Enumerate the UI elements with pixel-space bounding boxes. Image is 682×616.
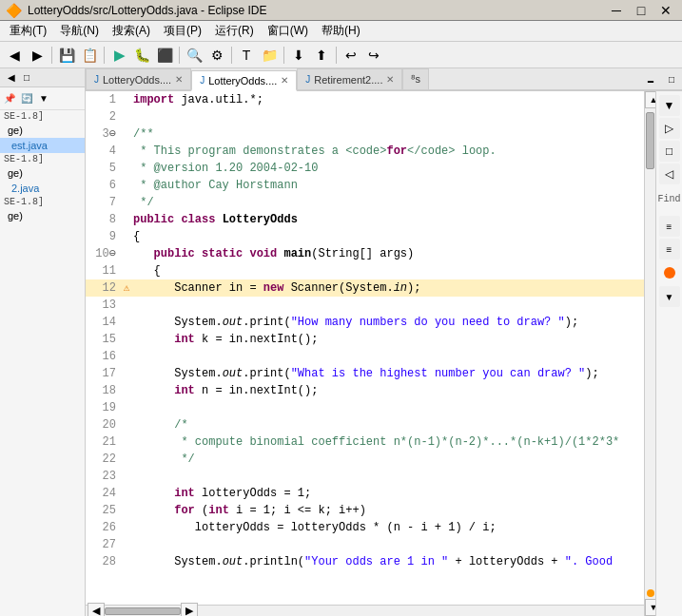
scroll-up-button[interactable]: ▲ <box>645 91 655 108</box>
table-row: 17 System.out.print("What is the highest… <box>86 365 644 382</box>
sidebar-collapse-button[interactable]: ◀ <box>4 70 19 86</box>
code-line: import java.util.*; <box>133 91 263 108</box>
line-number: 9 <box>86 228 120 245</box>
undo-button[interactable]: ↩ <box>341 45 361 66</box>
scroll-vertical-thumb[interactable] <box>646 112 654 169</box>
line-icon <box>120 519 133 536</box>
toolbar-separator-1 <box>51 47 52 64</box>
line-number: 23 <box>86 468 120 485</box>
toolbar-separator-4 <box>231 47 232 64</box>
right-panel-btn-2[interactable]: ▷ <box>659 118 680 139</box>
sidebar-item-1[interactable]: ge) <box>0 123 85 138</box>
menu-project[interactable]: 项目(P) <box>158 21 207 41</box>
right-panel-btn-4[interactable]: ◁ <box>659 164 680 184</box>
table-row: 24 int lotteryOdds = 1; <box>86 485 644 502</box>
back-button[interactable]: ◀ <box>4 45 25 66</box>
menu-window[interactable]: 窗口(W) <box>262 21 314 41</box>
code-line: /* <box>133 416 188 433</box>
debug-button[interactable]: 🐛 <box>131 45 152 66</box>
expand-all-button[interactable]: ≡ <box>659 216 680 237</box>
main-layout: ◀ □ 📌 🔄 ▼ SE-1.8] ge) est.java SE-1.8] g… <box>0 68 682 616</box>
line-number: 10⊖ <box>86 245 120 262</box>
settings-button[interactable]: ⚙ <box>206 45 227 66</box>
toolbar: ◀ ▶ 💾 📋 ▶ 🐛 ⬛ 🔍 ⚙ T 📁 ⬇ ⬆ ↩ ↪ <box>0 42 682 68</box>
scroll-right-button[interactable]: ▶ <box>181 603 198 617</box>
menu-run[interactable]: 运行(R) <box>209 21 260 41</box>
fold-arrow-10[interactable]: ⊖ <box>109 247 116 260</box>
table-row: 14 System.out.print("How many numbers do… <box>86 314 644 331</box>
scroll-down-button[interactable]: ▼ <box>645 599 655 616</box>
line-number: 5 <box>86 160 120 177</box>
tab-label-4: ⁸s <box>411 73 420 86</box>
table-row: 13 <box>86 297 644 314</box>
save-button[interactable]: 💾 <box>56 45 77 66</box>
right-extra-button[interactable]: ▼ <box>659 286 680 307</box>
line-number: 13 <box>86 297 120 314</box>
sidebar-down-button[interactable]: ▼ <box>36 91 51 106</box>
code-line: * @author Cay Horstmann <box>133 177 298 194</box>
right-panel-btn-3[interactable]: □ <box>659 141 680 162</box>
right-tool-2[interactable]: ≡ <box>659 239 680 260</box>
fold-arrow[interactable]: ⊖ <box>109 127 116 141</box>
tab-extra[interactable]: ⁸s <box>402 68 429 89</box>
run-button[interactable]: ▶ <box>108 45 129 66</box>
line-icon <box>120 228 133 245</box>
minimize-button[interactable]: ─ <box>606 0 627 21</box>
toolbar-separator-5 <box>283 47 284 64</box>
line-icon <box>120 143 133 160</box>
code-line: * compute binomial coefficient n*(n-1)*(… <box>133 433 619 451</box>
next-annotation-button[interactable]: ⬇ <box>288 45 309 66</box>
table-row: 27 <box>86 536 644 553</box>
line-icon <box>120 91 133 108</box>
table-row: 6 * @author Cay Horstmann <box>86 177 644 194</box>
tab-lotteryodds-1[interactable]: J LotteryOdds.... ✕ <box>86 68 191 89</box>
menu-search[interactable]: 搜索(A) <box>107 21 156 41</box>
menu-restructure[interactable]: 重构(T) <box>4 21 52 41</box>
table-row: 4 * This program demonstrates a <code>fo… <box>86 143 644 160</box>
sidebar-sync-button[interactable]: 🔄 <box>19 91 34 106</box>
line-icon <box>120 433 133 451</box>
right-panel-btn-1[interactable]: ▼ <box>659 95 680 116</box>
bookmark-indicator <box>647 589 654 597</box>
tab-retirement[interactable]: J Retirement2.... ✕ <box>297 68 402 89</box>
vertical-scrollbar[interactable]: ▲ ▼ <box>644 91 655 616</box>
tab-lotteryodds-2[interactable]: J LotteryOdds.... ✕ <box>191 70 297 91</box>
tab-max-button[interactable]: □ <box>661 68 682 89</box>
menu-help[interactable]: 帮助(H) <box>316 21 366 41</box>
forward-button[interactable]: ▶ <box>27 45 48 66</box>
line-number: 7 <box>86 194 120 211</box>
save-all-button[interactable]: 📋 <box>79 45 100 66</box>
open-resource-button[interactable]: 📁 <box>259 45 280 66</box>
menu-navigate[interactable]: 导航(N) <box>54 21 105 41</box>
line-number: 2 <box>86 108 120 125</box>
prev-annotation-button[interactable]: ⬆ <box>311 45 332 66</box>
sidebar-item-5[interactable]: ge) <box>0 208 85 223</box>
search-toolbar-button[interactable]: 🔍 <box>184 45 205 66</box>
scroll-left-button[interactable]: ◀ <box>88 603 105 617</box>
code-line: for (int i = 1; i <= k; i++) <box>133 502 366 519</box>
table-row: 23 <box>86 468 644 485</box>
tab-min-button[interactable]: 🗕 <box>640 68 661 89</box>
code-line: Scanner in = new Scanner(System.in); <box>133 279 420 297</box>
sidebar-item-2[interactable]: est.java <box>0 138 85 153</box>
sidebar-pin-button[interactable]: 📌 <box>2 91 17 106</box>
code-scroll-area[interactable]: 1 import java.util.*; 2 3⊖ <box>86 91 644 605</box>
sidebar-item-3[interactable]: ge) <box>0 165 85 181</box>
tab-close-2[interactable]: ✕ <box>281 75 288 86</box>
horizontal-scrollbar[interactable]: ◀ ▶ <box>86 605 644 616</box>
tab-close-1[interactable]: ✕ <box>175 74 183 85</box>
line-icon <box>120 536 133 553</box>
code-editor[interactable]: 1 import java.util.*; 2 3⊖ <box>86 91 655 616</box>
sidebar-item-4[interactable]: 2.java <box>0 181 85 196</box>
stop-button[interactable]: ⬛ <box>154 45 175 66</box>
tab-close-3[interactable]: ✕ <box>386 74 394 85</box>
line-number: 22 <box>86 451 120 468</box>
menu-bar: 重构(T) 导航(N) 搜索(A) 项目(P) 运行(R) 窗口(W) 帮助(H… <box>0 21 682 42</box>
maximize-button[interactable]: □ <box>631 0 652 21</box>
scroll-thumb[interactable] <box>105 607 181 615</box>
open-type-button[interactable]: T <box>236 45 257 66</box>
close-button[interactable]: ✕ <box>655 0 676 21</box>
sidebar-expand-button[interactable]: □ <box>19 70 34 86</box>
redo-button[interactable]: ↪ <box>363 45 384 66</box>
line-number: 14 <box>86 314 120 331</box>
